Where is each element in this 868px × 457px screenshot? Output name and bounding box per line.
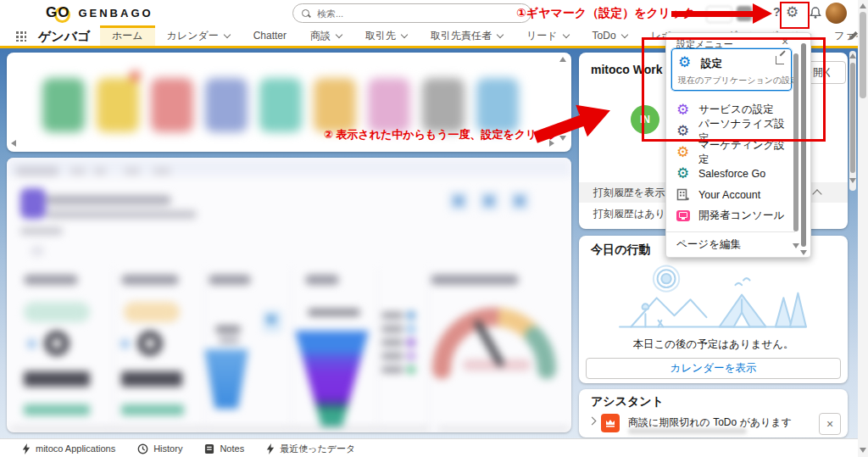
app-logo[interactable]: GO GENBAGO (46, 4, 153, 21)
page-scroll-up-icon[interactable] (860, 3, 866, 8)
page-scrollbar[interactable] (858, 0, 868, 457)
menu-item-edit-page[interactable]: ページを編集 (676, 237, 741, 252)
gear-icon: ⚙ (676, 166, 689, 181)
user-avatar[interactable] (826, 3, 847, 24)
gear-icon: ⚙ (676, 145, 689, 159)
tab-todo[interactable]: ToDo (581, 25, 639, 46)
tab-calendar[interactable]: カレンダー (155, 25, 242, 46)
chevron-down-icon (336, 31, 342, 37)
chevron-up-icon (812, 189, 821, 198)
bolt-icon (22, 443, 31, 454)
chevron-down-icon (562, 31, 569, 37)
utility-bar: mitoco Applications History Notes 最近使ったデ… (0, 438, 868, 457)
chevron-down-icon (620, 31, 627, 37)
annotation-box-gear (780, 2, 810, 29)
clock-icon (137, 443, 148, 454)
console-monitor-icon (676, 210, 690, 221)
building-icon (676, 188, 690, 201)
tab-contacts[interactable]: 取引先責任者 (419, 25, 515, 46)
utility-recent-data[interactable]: 最近使ったデータ (266, 443, 355, 455)
menu-scroll-down-icon[interactable] (800, 250, 807, 255)
utility-history[interactable]: History (137, 443, 182, 454)
utility-mitoco-applications[interactable]: mitoco Applications (22, 443, 115, 454)
scroll-thumb[interactable] (850, 63, 855, 173)
page-scroll-thumb[interactable] (860, 12, 866, 98)
annotation-step1: ①ギヤマーク（設定）をクリック (516, 6, 695, 21)
menu-item-salesforce-go[interactable]: ⚙ Salesforce Go (666, 163, 795, 184)
assistant-card-title: アシスタント (591, 394, 664, 410)
no-events-text: 本日この後の予定はありません。 (579, 337, 848, 352)
annotation-arrow1-shaft (671, 11, 754, 17)
page-scroll-down-icon[interactable] (860, 448, 866, 453)
blurred-dashboard-content (7, 158, 571, 432)
annotation-arrow1-head (753, 3, 772, 24)
apps-strip-panel: ② 表示された中からもう一度、設定をクリック (7, 53, 571, 152)
tab-accounts[interactable]: 取引先 (353, 25, 419, 46)
chevron-down-icon (401, 31, 408, 37)
logo-go-mark: GO (46, 4, 70, 21)
scroll-up-icon[interactable] (849, 53, 856, 59)
app-name[interactable]: ゲンバゴ (38, 29, 90, 45)
dashboard-panel (7, 158, 571, 432)
tab-home[interactable]: ホーム (100, 25, 155, 46)
menu-item-your-account[interactable]: Your Account (666, 184, 795, 205)
tab-leads[interactable]: リード (515, 25, 581, 46)
notifications-bell-icon[interactable] (809, 6, 822, 20)
history-toggle-label: 打刻履歴を表示 (593, 186, 665, 200)
annotation-step2: ② 表示された中からもう一度、設定をクリック (324, 127, 559, 142)
menu-item-developer-console[interactable]: 開発者コンソール (666, 205, 795, 226)
global-search[interactable] (292, 3, 531, 23)
screen: GO GENBAGO ①ギヤマーク（設定）をクリック ? ⚙ ゲンバゴ ホーム … (0, 0, 868, 457)
blurred-subtext (628, 428, 747, 434)
utility-notes[interactable]: Notes (204, 443, 244, 454)
search-icon (302, 9, 310, 18)
expand-chevron-icon[interactable] (588, 417, 597, 426)
camping-illustration (615, 258, 810, 334)
chevron-down-icon (497, 31, 504, 37)
menu-item-marketing-settings[interactable]: ⚙ マーケティング設定 (666, 142, 795, 163)
scroll-down-icon[interactable] (849, 178, 856, 183)
tab-chatter[interactable]: Chatter (242, 25, 298, 46)
menu-scroll-down-icon[interactable] (793, 243, 799, 248)
assistant-dismiss-button[interactable]: × (819, 413, 841, 435)
menu-divider (666, 231, 795, 232)
bolt-icon (266, 443, 275, 454)
show-calendar-button[interactable]: カレンダーを表示 (586, 358, 841, 379)
blurred-gauge-chart (422, 285, 571, 382)
app-launcher-waffle-icon[interactable] (15, 31, 26, 42)
panel-scrollbar[interactable] (849, 51, 856, 191)
today-events-card: 今日の行動 本日この後の予定はありません。 カレンダーを表示 (579, 236, 848, 383)
search-input[interactable] (315, 8, 531, 20)
panel-scroll-up-icon[interactable] (559, 57, 566, 62)
chevron-down-icon (223, 31, 230, 37)
annotation-box-setup-item (642, 37, 826, 142)
logo-name: GENBAGO (78, 7, 153, 20)
panel-scroll-left-icon[interactable] (11, 140, 16, 147)
note-icon (204, 443, 214, 454)
assistant-crown-icon (601, 414, 620, 432)
tab-opportunities[interactable]: 商談 (298, 25, 353, 46)
assistant-card: アシスタント 商談に期限切れの ToDo があります × (579, 389, 848, 437)
today-card-title: 今日の行動 (591, 242, 650, 258)
